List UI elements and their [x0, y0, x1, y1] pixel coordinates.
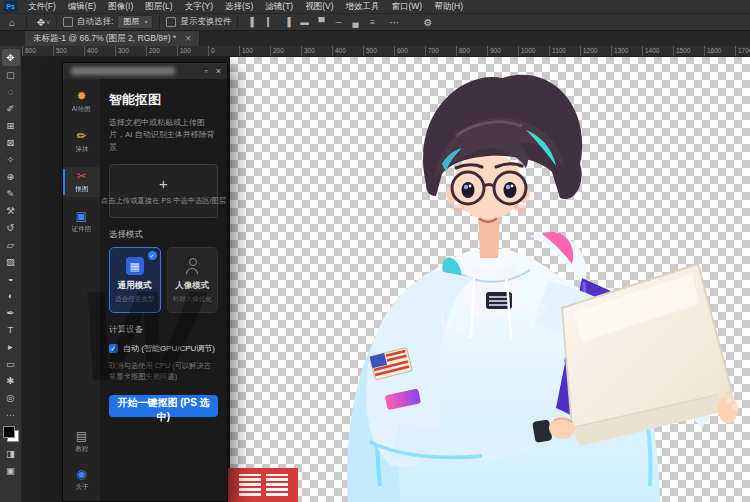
ruler-label: 400	[84, 46, 115, 56]
mode-label: 通用模式	[118, 280, 152, 292]
menu-item[interactable]: 滤镜(T)	[259, 0, 299, 13]
ruler-label: 700	[425, 46, 456, 56]
healing-brush-tool[interactable]: ⊕	[2, 168, 20, 185]
nav-label: 关于	[75, 482, 88, 491]
minimize-icon[interactable]: ▫	[205, 67, 208, 76]
ruler-label: 100	[239, 46, 270, 56]
foreground-color-swatch[interactable]	[3, 426, 15, 438]
menu-item[interactable]: 文字(Y)	[179, 0, 219, 13]
ruler-label: 800	[456, 46, 487, 56]
align-middle-icon[interactable]: ─	[331, 17, 345, 27]
auto-device-checkbox[interactable]: ✓	[109, 344, 118, 353]
frame-tool[interactable]: ⊠	[2, 134, 20, 151]
nav-ai-draw[interactable]: ✹ AI绘图	[63, 87, 100, 117]
plugin-nav: ✹ AI绘图 ✏ 涂抹 ✂ 抠图 ▣ 证件照 ▤ 教程 ◉	[63, 79, 100, 501]
align-top-icon[interactable]: ▀	[314, 17, 328, 27]
distribute-v-icon[interactable]: ▄	[348, 17, 362, 27]
zoom-tool[interactable]: ◎	[2, 389, 20, 406]
object-selection-tool[interactable]: ✐	[2, 100, 20, 117]
close-icon[interactable]: ×	[185, 34, 191, 44]
history-brush-tool[interactable]: ↺	[2, 219, 20, 236]
check-badge-icon: ✓	[148, 251, 157, 260]
ruler-label: 200	[270, 46, 301, 56]
tool-icon: ✥	[7, 52, 15, 63]
menu-item[interactable]: 增效工具	[340, 0, 386, 13]
align-left-icon[interactable]: ▌	[246, 17, 260, 27]
more-options-icon[interactable]: ⋯	[389, 17, 399, 28]
close-icon[interactable]: ×	[216, 67, 221, 76]
palette-icon: ✹	[76, 90, 86, 102]
distribute-h-icon[interactable]: ≡	[365, 17, 379, 27]
chevron-down-icon[interactable]: ˅	[46, 19, 50, 26]
plugin-title-bar[interactable]: ▫ ×	[63, 63, 227, 79]
menu-item[interactable]: 选择(S)	[219, 0, 259, 13]
menu-item[interactable]: 视图(V)	[299, 0, 339, 13]
auto-select-checkbox[interactable]	[63, 17, 73, 27]
align-right-icon[interactable]: ▐	[280, 17, 294, 27]
tool-icon: ✒	[7, 307, 15, 318]
tool-icon: ⚒	[6, 205, 15, 216]
ruler-label: 100	[177, 46, 208, 56]
pen-tool[interactable]: ✒	[2, 304, 20, 321]
document-tab[interactable]: 未标题-1 @ 66.7% (图层 2, RGB/8#) * ×	[25, 31, 200, 46]
path-selection-tool[interactable]: ▸	[2, 338, 20, 355]
quick-mask-icon[interactable]: ◨	[2, 445, 20, 462]
menu-item[interactable]: 图层(L)	[139, 0, 178, 13]
plugin-body: ✹ AI绘图 ✏ 涂抹 ✂ 抠图 ▣ 证件照 ▤ 教程 ◉	[63, 79, 227, 501]
mode-sublabel: 针对人像优化	[173, 295, 212, 304]
auto-device-row: ✓ 自动 (智能GPU/CPU调节)	[109, 343, 218, 354]
marquee-tool[interactable]: ▢	[2, 66, 20, 83]
eraser-tool[interactable]: ▱	[2, 236, 20, 253]
crop-tool[interactable]: ⊞	[2, 117, 20, 134]
hand-tool[interactable]: ✱	[2, 372, 20, 389]
nav-smudge[interactable]: ✏ 涂抹	[63, 127, 100, 157]
ruler-label: 1000	[518, 46, 549, 56]
align-center-h-icon[interactable]: ▎	[263, 17, 277, 27]
character-illustration	[230, 56, 750, 502]
eyedropper-tool[interactable]: ✧	[2, 151, 20, 168]
menu-item[interactable]: 编辑(E)	[62, 0, 102, 13]
lasso-tool[interactable]: ◌	[2, 83, 20, 100]
menu-item[interactable]: 窗口(W)	[386, 0, 429, 13]
device-note: 取消勾选使用 CPU (可以解决古董显卡抠图失败问题)	[109, 360, 218, 383]
home-icon[interactable]: ⌂	[4, 17, 20, 28]
clone-stamp-tool[interactable]: ⚒	[2, 202, 20, 219]
type-tool[interactable]: T	[2, 321, 20, 338]
toolbar-more[interactable]: ⋯	[2, 406, 20, 423]
tool-icon: ⊕	[7, 171, 15, 182]
mode-portrait-card[interactable]: 人像模式 针对人像优化	[167, 247, 219, 313]
nav-about[interactable]: ◉ 关于	[63, 465, 100, 495]
color-swatches[interactable]	[3, 426, 19, 442]
gear-icon[interactable]: ⚙	[423, 17, 432, 28]
tool-icon: ✎	[7, 188, 15, 199]
ruler-label: 500	[53, 46, 84, 56]
ruler-label: 500	[363, 46, 394, 56]
nav-cutout[interactable]: ✂ 抠图	[63, 167, 100, 197]
nav-id-photo[interactable]: ▣ 证件照	[63, 207, 100, 237]
move-tool[interactable]: ✥	[2, 49, 20, 66]
plugin-panel: ▫ × ✹ AI绘图 ✏ 涂抹 ✂ 抠图 ▣ 证件照 ▤	[62, 62, 228, 502]
menu-item[interactable]: 文件(F)	[22, 0, 62, 13]
upload-dropzone[interactable]: + 点击上传或直接在 PS 中选中选区/图层	[109, 164, 218, 218]
menu-item[interactable]: 图像(I)	[102, 0, 139, 13]
plugin-content: 智能抠图 选择文档中或粘贴或上传图片，AI 自动识别主体并移除背景 + 点击上传…	[100, 79, 227, 501]
dodge-tool[interactable]: ◐	[2, 287, 20, 304]
nav-tutorial[interactable]: ▤ 教程	[63, 427, 100, 457]
align-bottom-icon[interactable]: ▬	[297, 17, 311, 27]
tool-icon: ▸	[8, 341, 13, 352]
gradient-tool[interactable]: ▨	[2, 253, 20, 270]
start-cutout-button[interactable]: 开始一键抠图 (PS 选中)	[109, 395, 218, 417]
menu-item[interactable]: 帮助(H)	[428, 0, 469, 13]
mode-general-card[interactable]: ✓ ▦ 通用模式 适合任意类型	[109, 247, 161, 313]
description-text: 选择文档中或粘贴或上传图片，AI 自动识别主体并移除背景	[109, 117, 218, 154]
document-canvas[interactable]: w z y	[230, 56, 750, 502]
show-transform-checkbox[interactable]	[166, 17, 176, 27]
screen-mode-icon[interactable]: ▣	[2, 462, 20, 479]
shape-tool[interactable]: ▭	[2, 355, 20, 372]
brush-tool[interactable]: ✎	[2, 185, 20, 202]
blur-tool[interactable]: ◒	[2, 270, 20, 287]
tool-icon: ▱	[7, 239, 14, 250]
auto-select-dropdown[interactable]: 图层 ▾	[117, 15, 153, 29]
ruler-label: 300	[301, 46, 332, 56]
chevron-down-icon: ▾	[144, 16, 147, 28]
